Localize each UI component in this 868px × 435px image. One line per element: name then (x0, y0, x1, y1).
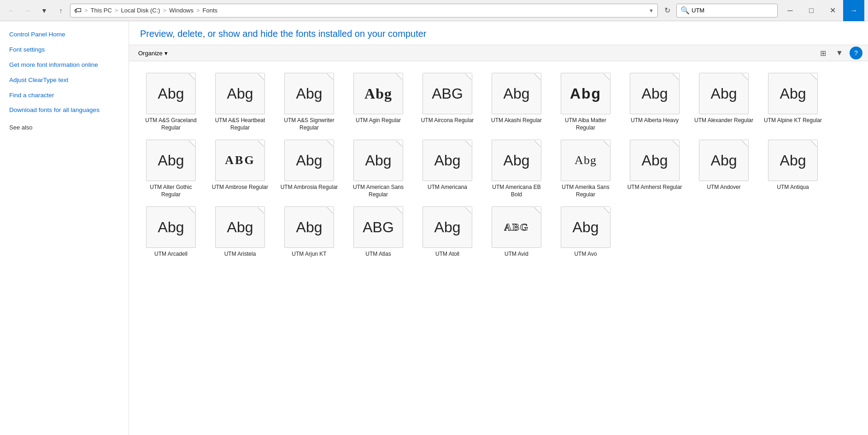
font-icon: Abg (492, 140, 541, 181)
font-item[interactable]: Abg UTM Amerika Sans Regular (551, 135, 620, 202)
font-label: UTM Alexander Regular (694, 117, 753, 124)
font-item[interactable]: Abg UTM A&S Heartbeat Regular (205, 69, 275, 135)
font-item[interactable]: Abg UTM Americana (413, 135, 482, 202)
window-controls: ─ □ ✕ → (780, 0, 864, 21)
address-dropdown-button[interactable]: ▼ (649, 8, 654, 13)
font-preview: Abg (227, 86, 253, 101)
recent-locations-button[interactable]: ▼ (37, 3, 52, 18)
font-label: UTM Alter Gothic Regular (141, 184, 201, 198)
maximize-button[interactable]: □ (801, 0, 822, 21)
page-title: Preview, delete, or show and hide the fo… (129, 21, 868, 45)
font-item[interactable]: Abg UTM Alexander Regular (689, 69, 758, 135)
font-item[interactable]: Abg UTM Akashi Regular (482, 69, 551, 135)
toolbar: Organize ▾ ⊞ ▼ ? (129, 45, 868, 61)
font-icon: Abg (699, 73, 749, 114)
breadcrumb-thispc[interactable]: This PC (91, 7, 112, 14)
font-preview: Abg (780, 153, 806, 168)
font-item[interactable]: ABG UTM Avid (482, 202, 551, 262)
sidebar-link-download-fonts[interactable]: Download fonts for all languages (9, 106, 119, 115)
font-item[interactable]: Abg UTM A&S Signwriter Regular (275, 69, 344, 135)
search-input[interactable] (692, 7, 774, 14)
font-icon: Abg (561, 206, 610, 248)
font-item[interactable]: Abg UTM Atoll (413, 202, 482, 262)
font-preview: Abg (434, 220, 461, 235)
breadcrumb-windows[interactable]: Windows (169, 7, 194, 14)
font-label: UTM Antiqua (777, 184, 809, 191)
font-label: UTM Arcadell (154, 251, 188, 258)
font-item[interactable]: Abg UTM Andover (689, 135, 758, 202)
font-icon: Abg (146, 140, 196, 181)
font-item[interactable]: Abg UTM Ambrosia Regular (275, 135, 344, 202)
sidebar-link-font-settings[interactable]: Font settings (9, 46, 119, 54)
font-icon: Abg (146, 73, 196, 114)
font-preview: Abg (158, 86, 184, 101)
font-preview: Abg (780, 86, 806, 101)
font-preview: ABG (363, 220, 394, 235)
search-bar[interactable]: 🔍 (676, 4, 778, 18)
see-also-label: See also (9, 124, 119, 131)
font-item[interactable]: Abg UTM A&S Graceland Regular (136, 69, 205, 135)
sidebar-link-find-char[interactable]: Find a character (9, 91, 119, 100)
font-icon: ABG (215, 140, 265, 181)
font-label: UTM Arjun KT (292, 251, 326, 258)
close-button[interactable]: ✕ (822, 0, 843, 21)
font-item[interactable]: Abg UTM Americana EB Bold (482, 135, 551, 202)
sidebar-link-cleartype[interactable]: Adjust ClearType text (9, 76, 119, 85)
address-bar[interactable]: 🏷 > This PC > Local Disk (C:) > Windows … (70, 4, 658, 18)
font-icon: ABG (353, 206, 403, 248)
font-preview: Abg (570, 86, 601, 101)
font-item[interactable]: Abg UTM Arcadell (136, 202, 205, 262)
help-button[interactable]: ? (850, 47, 862, 59)
view-options-button[interactable]: ⊞ (816, 47, 829, 59)
font-item[interactable]: Abg UTM Aristela (205, 202, 275, 262)
font-preview: Abg (296, 86, 323, 101)
go-button[interactable]: → (843, 0, 864, 21)
up-button[interactable]: ↑ (53, 3, 68, 18)
font-preview: ABG (225, 154, 255, 166)
font-label: UTM Atlas (365, 251, 391, 258)
font-icon: Abg (146, 206, 196, 248)
organize-button[interactable]: Organize ▾ (135, 48, 171, 59)
font-preview: Abg (573, 220, 599, 235)
control-panel-home-link[interactable]: Control Panel Home (9, 30, 119, 39)
font-item[interactable]: Abg UTM Alba Matter Regular (551, 69, 620, 135)
sidebar-link-more-info[interactable]: Get more font information online (9, 61, 119, 70)
font-preview: Abg (158, 220, 184, 235)
font-icon: Abg (284, 73, 334, 114)
refresh-button[interactable]: ↻ (660, 4, 674, 18)
back-button[interactable]: ← (4, 3, 18, 18)
view-dropdown-button[interactable]: ▼ (833, 47, 846, 59)
font-item[interactable]: Abg UTM Alberta Heavy (620, 69, 689, 135)
font-icon: Abg (215, 73, 265, 114)
font-preview: Abg (434, 153, 461, 168)
font-item[interactable]: Abg UTM Amherst Regular (620, 135, 689, 202)
breadcrumb-fonts[interactable]: Fonts (203, 7, 218, 14)
font-item[interactable]: Abg UTM American Sans Regular (344, 135, 413, 202)
font-item[interactable]: Abg UTM Arjun KT (275, 202, 344, 262)
font-label: UTM Akashi Regular (491, 117, 542, 124)
minimize-button[interactable]: ─ (780, 0, 801, 21)
font-icon: Abg (630, 140, 680, 181)
font-label: UTM Aristela (224, 251, 256, 258)
font-item[interactable]: ABG UTM Aircona Regular (413, 69, 482, 135)
breadcrumb-localdisk[interactable]: Local Disk (C:) (121, 7, 160, 14)
search-icon: 🔍 (680, 6, 690, 15)
font-icon: Abg (561, 73, 610, 114)
font-item[interactable]: Abg UTM Avo (551, 202, 620, 262)
font-item[interactable]: Abg UTM Antiqua (758, 135, 827, 202)
font-icon: Abg (422, 206, 472, 248)
font-item[interactable]: Abg UTM Alpine KT Regular (758, 69, 827, 135)
font-preview: Abg (364, 86, 392, 101)
forward-button[interactable]: → (20, 3, 35, 18)
font-item[interactable]: Abg UTM Agin Regular (344, 69, 413, 135)
font-label: UTM Alba Matter Regular (555, 117, 616, 131)
font-preview: Abg (504, 153, 530, 168)
font-item[interactable]: Abg UTM Alter Gothic Regular (136, 135, 205, 202)
font-icon: Abg (561, 140, 610, 181)
font-icon: ABG (422, 73, 472, 114)
font-label: UTM Aircona Regular (421, 117, 474, 124)
view-grid-icon: ⊞ (820, 49, 826, 58)
font-icon: Abg (768, 140, 818, 181)
font-item[interactable]: ABG UTM Atlas (344, 202, 413, 262)
font-item[interactable]: ABG UTM Ambrose Regular (205, 135, 275, 202)
